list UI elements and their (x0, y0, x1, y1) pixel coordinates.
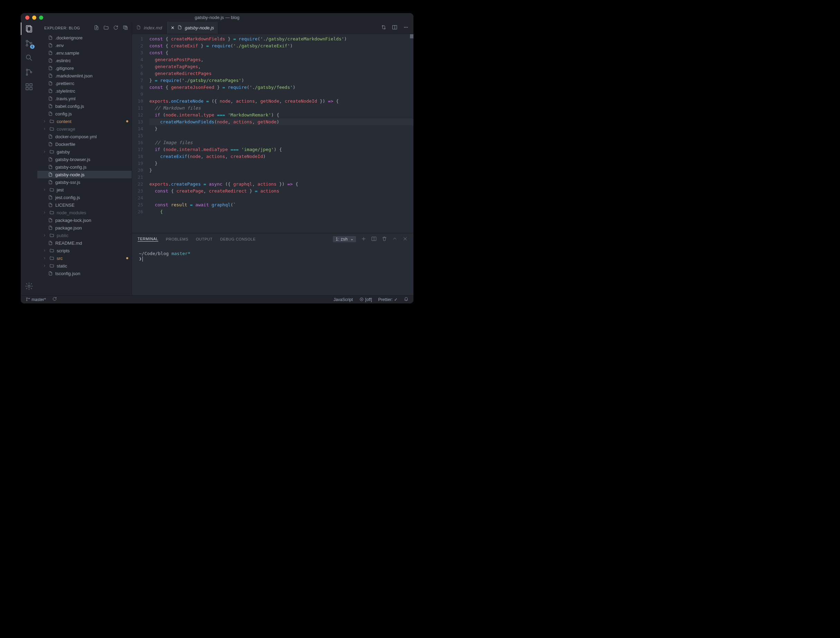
minimize-window-button[interactable] (32, 16, 36, 20)
terminal-select[interactable]: 1: zsh (333, 236, 356, 242)
terminal-body[interactable]: ~/Code/blog master* ❯ (132, 245, 414, 295)
file-icon (48, 271, 53, 276)
file-icon (48, 43, 53, 48)
tree-folder[interactable]: src (37, 254, 132, 262)
folder-icon (49, 187, 55, 192)
split-editor-icon[interactable] (392, 25, 398, 31)
refresh-icon[interactable] (113, 25, 118, 31)
status-bar: master* JavaScript [off] Prettier: (21, 295, 414, 303)
folder-icon (49, 126, 55, 131)
tree-file[interactable]: docker-compose.yml (37, 133, 132, 140)
tree-item-label: babel.config.js (55, 104, 84, 109)
split-terminal-icon[interactable] (371, 236, 377, 242)
tree-file[interactable]: gatsby-browser.js (37, 156, 132, 163)
tree-item-label: .eslintrc (55, 58, 71, 63)
folder-icon (49, 233, 55, 238)
compare-changes-icon[interactable] (381, 25, 387, 31)
tree-file[interactable]: LICENSE (37, 201, 132, 209)
tree-folder[interactable]: content (37, 117, 132, 125)
terminal-cursor (142, 256, 143, 262)
close-panel-icon[interactable] (403, 236, 408, 242)
status-branch[interactable]: master* (25, 297, 46, 302)
status-language[interactable]: JavaScript (333, 297, 353, 302)
minimap[interactable] (410, 34, 414, 38)
tree-file[interactable]: Dockerfile (37, 140, 132, 148)
scm-icon[interactable]: 5 (25, 39, 33, 47)
extensions-icon[interactable] (25, 83, 33, 91)
tree-file[interactable]: .stylelintrc (37, 87, 132, 95)
maximize-panel-icon[interactable] (392, 236, 398, 242)
code-content[interactable]: const { createMarkdownFields } = require… (149, 34, 414, 233)
tree-item-label: .stylelintrc (55, 88, 75, 94)
tree-file[interactable]: gatsby-config.js (37, 163, 132, 171)
status-sync-icon[interactable] (52, 297, 57, 302)
chevron-right-icon (42, 211, 47, 214)
tree-folder[interactable]: gatsby (37, 148, 132, 156)
tree-file[interactable]: package.json (37, 224, 132, 232)
tree-file[interactable]: .dockerignore (37, 34, 132, 41)
tab-label: index.md (144, 25, 162, 30)
debug-icon[interactable] (25, 68, 33, 76)
svg-point-18 (407, 27, 407, 28)
new-terminal-icon[interactable] (361, 236, 366, 242)
more-actions-icon[interactable] (403, 25, 409, 31)
tree-item-label: .dockerignore (55, 35, 83, 40)
svg-point-16 (404, 27, 405, 28)
file-tree[interactable]: .dockerignore.env.env.sample.eslintrc.gi… (37, 34, 132, 295)
new-file-icon[interactable] (94, 25, 99, 31)
search-icon[interactable] (25, 54, 33, 62)
file-icon (48, 51, 53, 55)
maximize-window-button[interactable] (39, 16, 43, 20)
scm-badge: 5 (30, 44, 35, 49)
tree-folder[interactable]: static (37, 262, 132, 270)
tree-folder[interactable]: scripts (37, 247, 132, 254)
tree-file[interactable]: .eslintrc (37, 57, 132, 64)
svg-point-13 (28, 285, 30, 287)
settings-gear-icon[interactable] (25, 282, 33, 290)
chevron-right-icon (42, 249, 47, 252)
tree-file[interactable]: package-lock.json (37, 216, 132, 224)
tree-file[interactable]: .markdownlint.json (37, 72, 132, 79)
tree-file[interactable]: babel.config.js (37, 102, 132, 110)
sidebar-header: EXPLORER: BLOG (37, 22, 132, 34)
tree-file[interactable]: .env.sample (37, 49, 132, 57)
svg-point-3 (26, 44, 28, 46)
tree-item-label: public (57, 233, 68, 238)
tree-folder[interactable]: public (37, 232, 132, 239)
kill-terminal-icon[interactable] (382, 236, 387, 242)
new-folder-icon[interactable] (103, 25, 109, 31)
tree-item-label: .env (55, 43, 64, 48)
panel-tab-terminal[interactable]: TERMINAL (137, 237, 158, 242)
code-editor[interactable]: 1234567891011121314151617181920212223242… (132, 34, 414, 233)
tree-file[interactable]: tsconfig.json (37, 270, 132, 277)
tree-file[interactable]: .prettierrc (37, 79, 132, 87)
tree-file[interactable]: gatsby-ssr.js (37, 178, 132, 186)
panel-tab-debug[interactable]: DEBUG CONSOLE (220, 237, 256, 241)
chevron-right-icon (42, 120, 47, 123)
status-bell-icon[interactable] (404, 297, 409, 302)
tree-file[interactable]: README.md (37, 239, 132, 247)
status-prettier[interactable]: Prettier: (378, 297, 398, 302)
collapse-all-icon[interactable] (123, 25, 128, 31)
tree-file[interactable]: .env (37, 41, 132, 49)
panel-tab-problems[interactable]: PROBLEMS (166, 237, 188, 241)
tree-file[interactable]: config.js (37, 110, 132, 117)
tree-file[interactable]: gatsby-node.js (37, 171, 132, 178)
tree-file[interactable]: jest.config.js (37, 194, 132, 201)
modified-dot-icon (126, 257, 128, 259)
tab-gatsby-node[interactable]: ✕ gatsby-node.js (167, 22, 219, 34)
tree-folder[interactable]: node_modules (37, 209, 132, 216)
file-icon (48, 96, 53, 101)
tree-item-label: LICENSE (55, 202, 75, 208)
status-eslint[interactable]: [off] (359, 297, 372, 302)
close-tab-icon[interactable]: ✕ (171, 25, 175, 30)
svg-point-5 (26, 55, 30, 59)
tree-file[interactable]: .travis.yml (37, 95, 132, 102)
tree-folder[interactable]: coverage (37, 125, 132, 133)
explorer-icon[interactable] (25, 25, 33, 33)
close-window-button[interactable] (25, 16, 29, 20)
tree-folder[interactable]: jest (37, 186, 132, 194)
tree-file[interactable]: .gitignore (37, 64, 132, 72)
panel-tab-output[interactable]: OUTPUT (196, 237, 213, 241)
tab-index-md[interactable]: index.md (132, 22, 167, 34)
